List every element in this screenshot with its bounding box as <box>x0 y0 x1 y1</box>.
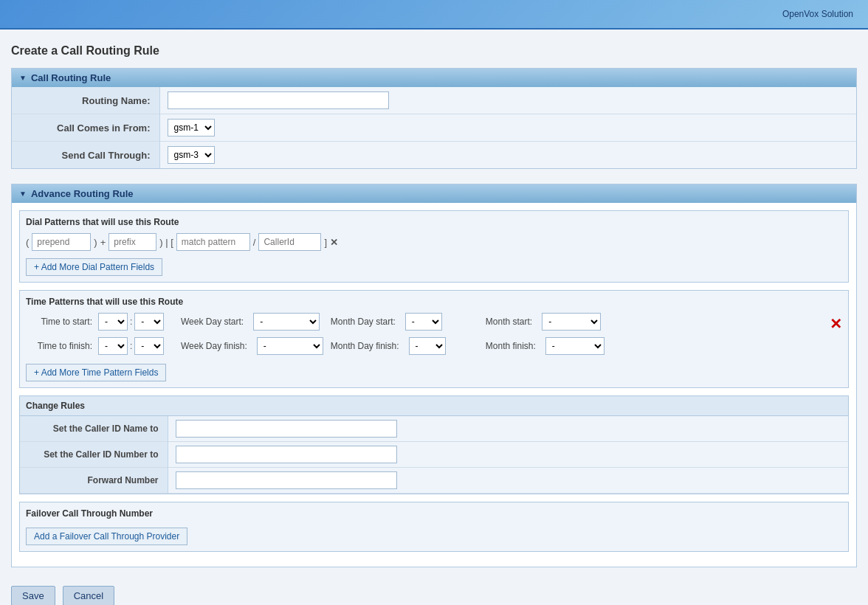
failover-section: Failover Call Through Number Add a Failo… <box>19 502 849 552</box>
weekday-finish-select[interactable]: -MonTueWedThuFriSatSun <box>257 337 323 355</box>
forward-number-input[interactable] <box>176 471 397 489</box>
dial-pipe: ) | [ <box>159 237 173 248</box>
time-finish-hour-select[interactable]: -01 <box>98 337 128 355</box>
month-finish-row: Month finish: -JanFebMar <box>486 337 619 355</box>
weekday-start-row: Week Day start: -MonTueWedThuFriSatSun <box>181 313 323 331</box>
match-pattern-input[interactable] <box>176 233 250 251</box>
caller-id-number-row: Set the Caller ID Number to <box>20 442 848 468</box>
time-start-block: -012 : -000510 <box>98 313 164 331</box>
add-failover-button[interactable]: Add a Failover Call Through Provider <box>26 528 187 545</box>
time-to-start-label: Time to start: <box>26 317 92 327</box>
caller-id-name-input[interactable] <box>176 420 397 438</box>
time-patterns-subsection: Time Patterns that will use this Route T… <box>19 290 849 388</box>
time-to-start-row: Time to start: -012 : -000510 <box>26 313 173 331</box>
advance-routing-rule-section: ▼ Advance Routing Rule Dial Patterns tha… <box>11 184 857 567</box>
change-rules-subsection: Change Rules Set the Caller ID Name to S… <box>19 395 849 494</box>
call-comes-from-row: Call Comes in From: gsm-1 gsm-2 gsm-3 gs… <box>12 114 856 142</box>
month-finish-label: Month finish: <box>486 341 536 351</box>
forward-number-cell <box>168 468 848 494</box>
time-patterns-container: Time to start: -012 : -000510 Time <box>26 313 842 358</box>
monthday-finish-row: Month Day finish: -12 <box>331 337 478 355</box>
caller-id-number-input[interactable] <box>176 446 397 463</box>
advance-collapse-arrow-icon: ▼ <box>19 190 27 198</box>
call-routing-rule-section: ▼ Call Routing Rule Routing Name: Call C… <box>11 68 857 169</box>
weekday-start-select[interactable]: -MonTueWedThuFriSatSun <box>253 313 320 331</box>
save-button[interactable]: Save <box>11 586 55 605</box>
month-day-start-label: Month Day start: <box>331 317 396 327</box>
change-rules-title: Change Rules <box>20 396 848 416</box>
dial-pattern-row: ( ) + ) | [ / ] ✕ <box>26 233 842 251</box>
caller-id-name-cell <box>168 416 848 442</box>
time-start-min-select[interactable]: -000510 <box>134 313 164 331</box>
call-routing-form: Routing Name: Call Comes in From: gsm-1 … <box>12 87 856 168</box>
add-time-pattern-button[interactable]: + Add More Time Pattern Fields <box>26 364 166 381</box>
month-finish-select[interactable]: -JanFebMar <box>545 337 604 355</box>
dial-plus-sign: + <box>100 237 106 248</box>
routing-name-cell <box>159 87 856 114</box>
call-routing-rule-title: Call Routing Rule <box>31 72 111 83</box>
time-colon-1: : <box>130 317 132 327</box>
forward-number-label: Forward Number <box>20 468 168 494</box>
call-comes-from-label: Call Comes in From: <box>12 114 159 142</box>
cancel-button[interactable]: Cancel <box>63 586 114 605</box>
prefix-input[interactable] <box>108 233 156 251</box>
monthday-col: Month Day start: -123 Month Day finish: … <box>331 313 478 358</box>
caller-id-number-label: Set the Caller ID Number to <box>20 442 168 468</box>
routing-name-row: Routing Name: <box>12 87 856 114</box>
monthday-finish-select[interactable]: -12 <box>409 337 446 355</box>
time-to-finish-label: Time to finish: <box>26 341 92 351</box>
dial-bracket-close: ] <box>324 237 327 248</box>
time-colon-2: : <box>130 341 132 351</box>
month-col: Month start: -JanFebMarAprMayJunJulAugSe… <box>486 313 619 358</box>
brand-label: OpenVox Solution <box>782 9 853 19</box>
dial-slash: / <box>253 237 256 248</box>
remove-dial-pattern-button[interactable]: ✕ <box>330 238 338 247</box>
month-start-select[interactable]: -JanFebMarAprMayJunJulAugSepOctNovDec <box>542 313 601 331</box>
add-dial-pattern-button[interactable]: + Add More Dial Pattern Fields <box>26 258 162 276</box>
failover-title: Failover Call Through Number <box>26 508 842 519</box>
page-title: Create a Call Routing Rule <box>11 44 857 58</box>
dial-plus: ) <box>94 237 97 248</box>
month-start-label: Month start: <box>486 317 532 327</box>
caller-id-name-label: Set the Caller ID Name to <box>20 416 168 442</box>
weekday-col: Week Day start: -MonTueWedThuFriSatSun W… <box>181 313 323 358</box>
time-start-hour-select[interactable]: -012 <box>98 313 128 331</box>
advance-routing-rule-header: ▼ Advance Routing Rule <box>12 184 856 203</box>
send-call-through-row: Send Call Through: gsm-1 gsm-2 gsm-3 gsm… <box>12 142 856 169</box>
send-call-through-select[interactable]: gsm-1 gsm-2 gsm-3 gsm-4 <box>168 146 215 164</box>
collapse-arrow-icon: ▼ <box>19 74 27 82</box>
time-to-finish-row: Time to finish: -01 : -0005 <box>26 337 173 355</box>
prepend-input[interactable] <box>32 233 91 251</box>
routing-name-label: Routing Name: <box>12 87 159 114</box>
dial-patterns-subsection: Dial Patterns that will use this Route (… <box>19 210 849 283</box>
remove-time-pattern-button[interactable]: ✕ <box>830 317 842 331</box>
monthday-start-row: Month Day start: -123 <box>331 313 478 331</box>
dial-paren-open: ( <box>26 237 29 248</box>
dial-patterns-title: Dial Patterns that will use this Route <box>26 217 842 227</box>
call-comes-from-select[interactable]: gsm-1 gsm-2 gsm-3 gsm-4 <box>168 119 215 136</box>
failover-container: Failover Call Through Number Add a Failo… <box>19 502 849 552</box>
monthday-start-select[interactable]: -123 <box>405 313 442 331</box>
forward-number-row: Forward Number <box>20 468 848 494</box>
change-rules-table: Set the Caller ID Name to Set the Caller… <box>20 416 848 494</box>
caller-id-number-cell <box>168 442 848 468</box>
time-finish-block: -01 : -0005 <box>98 337 164 355</box>
week-day-start-label: Week Day start: <box>181 317 244 327</box>
send-call-through-label: Send Call Through: <box>12 142 159 169</box>
callerid-input[interactable] <box>258 233 321 251</box>
time-patterns-title: Time Patterns that will use this Route <box>26 297 842 307</box>
month-start-row: Month start: -JanFebMarAprMayJunJulAugSe… <box>486 313 619 331</box>
time-finish-min-select[interactable]: -0005 <box>134 337 164 355</box>
week-day-finish-label: Week Day finish: <box>181 341 247 351</box>
routing-name-input[interactable] <box>168 91 389 109</box>
call-routing-rule-header: ▼ Call Routing Rule <box>12 69 856 87</box>
footer-buttons: Save Cancel <box>11 582 857 605</box>
send-call-through-cell: gsm-1 gsm-2 gsm-3 gsm-4 <box>159 142 856 169</box>
remove-time-pattern-container: ✕ <box>830 313 842 331</box>
caller-id-name-row: Set the Caller ID Name to <box>20 416 848 442</box>
month-day-finish-label: Month Day finish: <box>331 341 399 351</box>
call-comes-from-cell: gsm-1 gsm-2 gsm-3 gsm-4 <box>159 114 856 142</box>
time-start-finish-col: Time to start: -012 : -000510 Time <box>26 313 173 358</box>
weekday-finish-row: Week Day finish: -MonTueWedThuFriSatSun <box>181 337 323 355</box>
advance-routing-rule-title: Advance Routing Rule <box>31 188 134 199</box>
